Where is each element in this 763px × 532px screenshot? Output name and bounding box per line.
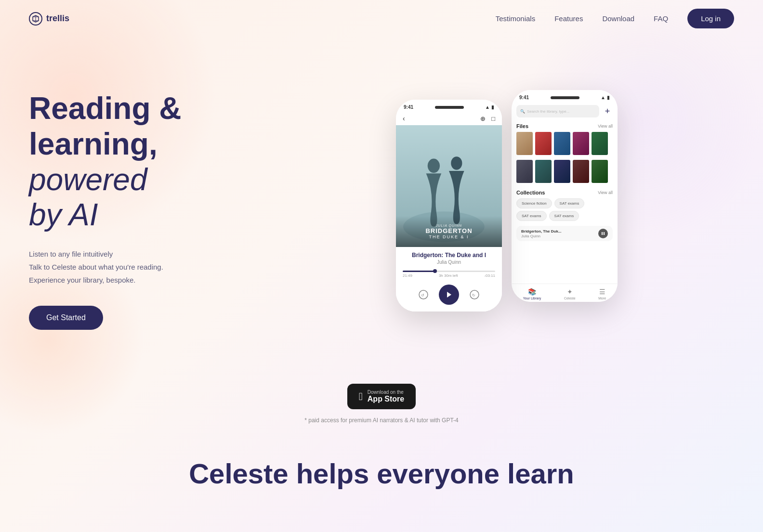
- hero-title-line1: Reading &: [29, 91, 181, 126]
- tab-more[interactable]: ☰ More: [598, 288, 606, 300]
- book-thumb-4: [573, 132, 589, 155]
- time-remaining-label: 3h 30m left: [439, 273, 458, 278]
- celeste-tab-label: Celeste: [564, 297, 576, 300]
- library-tab-icon: 📚: [528, 288, 536, 296]
- progress-fill: [403, 271, 435, 272]
- phone-mockups: 9:41 ▲ ▮ ‹ ⊕ □: [270, 80, 734, 321]
- library-tab-label: Your Library: [523, 297, 541, 300]
- svg-point-4: [451, 156, 462, 169]
- battery-icon: ▮: [491, 104, 494, 110]
- forward-button[interactable]: ↻: [469, 289, 480, 300]
- phone2-status-icons: ▲ ▮: [601, 95, 610, 100]
- header: trellis Testimonials Features Download F…: [0, 0, 763, 37]
- phone1-notch: [435, 106, 464, 109]
- get-started-button[interactable]: Get Started: [29, 306, 103, 330]
- files-label: Files: [516, 123, 528, 129]
- bottom-tabs: 📚 Your Library ✦ Celeste ☰ More: [512, 284, 618, 302]
- settings-icon[interactable]: ⊕: [480, 115, 486, 122]
- download-section:  Download on the App Store * paid acces…: [0, 374, 763, 428]
- book-thumb-5: [592, 132, 608, 155]
- phone2-wifi-icon: ▲: [601, 95, 605, 100]
- phone1-time: 9:41: [404, 104, 413, 110]
- phone-audio-player: 9:41 ▲ ▮ ‹ ⊕ □: [396, 100, 502, 311]
- collection-sat-1[interactable]: SAT exams: [554, 198, 585, 208]
- phone2-screen: 9:41 ▲ ▮ 🔍 Search the library, type...: [512, 90, 618, 302]
- celeste-tab-icon: ✦: [567, 288, 573, 296]
- progress-track: [403, 271, 495, 272]
- book-thumb-1: [516, 132, 533, 155]
- svg-point-3: [428, 159, 440, 173]
- logo-icon: [29, 12, 42, 26]
- phone2-time: 9:41: [519, 95, 529, 100]
- bookmark-icon[interactable]: □: [491, 115, 495, 122]
- svg-text:↻: ↻: [472, 293, 475, 298]
- now-playing-bar: Bridgerton, The Duk... Julia Quinn: [516, 226, 613, 241]
- progress-thumb: [433, 269, 437, 273]
- tab-celeste[interactable]: ✦ Celeste: [564, 288, 576, 300]
- app-store-text: Download on the App Store: [368, 389, 404, 403]
- book-thumb-2: [535, 132, 552, 155]
- author-name-cover: JULIA QUINN: [404, 224, 494, 227]
- hero-title-italic: powered: [29, 162, 147, 197]
- book-thumb-8: [535, 160, 552, 183]
- book-thumb-7: [516, 160, 533, 183]
- collections-section-header: Collections View all: [512, 187, 618, 197]
- disclaimer-text: * paid access for premium AI narrators &…: [304, 417, 458, 424]
- now-playing-author: Julia Quinn: [521, 234, 562, 238]
- tab-your-library[interactable]: 📚 Your Library: [523, 288, 541, 300]
- book-thumb-11: [592, 160, 608, 183]
- collection-sat-2[interactable]: SAT exams: [516, 211, 547, 221]
- nav-features[interactable]: Features: [554, 14, 583, 23]
- now-playing-info: Bridgerton, The Duk... Julia Quinn: [521, 229, 562, 238]
- book-thumb-10: [573, 160, 589, 183]
- svg-rect-9: [602, 232, 603, 235]
- phone1-status-bar: 9:41 ▲ ▮: [396, 100, 502, 112]
- book-cover: JULIA QUINN BRIDGERTON THE DUKE & I: [396, 125, 502, 247]
- nav-testimonials[interactable]: Testimonials: [496, 14, 536, 23]
- collections-grid: Science fiction SAT exams SAT exams SAT …: [512, 197, 618, 224]
- progress-times: 21:49 3h 30m left -03:11: [403, 273, 495, 278]
- phone2-battery-icon: ▮: [607, 95, 610, 100]
- app-store-button[interactable]:  Download on the App Store: [347, 384, 416, 409]
- books-grid-row2: [512, 159, 618, 187]
- collections-view-all[interactable]: View all: [598, 190, 613, 195]
- apple-icon: : [359, 390, 363, 403]
- files-view-all[interactable]: View all: [598, 124, 613, 129]
- nav-download[interactable]: Download: [602, 14, 634, 23]
- player-info: Bridgerton: The Duke and I Julia Quinn: [396, 247, 502, 268]
- hero-title: Reading & learning, powered by AI: [29, 91, 270, 233]
- collection-sat-3[interactable]: SAT exams: [549, 211, 579, 221]
- main-nav: Testimonials Features Download FAQ Log i…: [496, 9, 734, 28]
- book-subtitle-cover: THE DUKE & I: [404, 234, 494, 239]
- pause-button[interactable]: [598, 229, 608, 238]
- nav-faq[interactable]: FAQ: [654, 14, 668, 23]
- search-input[interactable]: 🔍 Search the library, type...: [516, 105, 599, 117]
- play-pause-button[interactable]: [439, 285, 459, 305]
- book-thumb-9: [554, 160, 570, 183]
- hero-subtitle-3: Experience your library, bespoke.: [29, 273, 270, 286]
- hero-subtitle-1: Listen to any file intuitively: [29, 247, 270, 260]
- more-tab-icon: ☰: [599, 288, 605, 296]
- phone-container: 9:41 ▲ ▮ ‹ ⊕ □: [382, 90, 622, 321]
- search-placeholder: Search the library, type...: [527, 109, 569, 114]
- wifi-icon: ▲: [485, 104, 490, 110]
- collection-sci-fi[interactable]: Science fiction: [516, 198, 552, 208]
- more-tab-label: More: [598, 297, 606, 300]
- hero-copy: Reading & learning, powered by AI Listen…: [29, 72, 270, 329]
- app-store-sub: Download on the: [368, 389, 404, 395]
- add-button[interactable]: +: [602, 106, 613, 117]
- rewind-button[interactable]: ↺: [418, 289, 429, 300]
- player-author: Julia Quinn: [403, 260, 495, 265]
- logo-text: trellis: [46, 13, 69, 24]
- login-button[interactable]: Log in: [687, 9, 734, 28]
- phone2-notch: [551, 96, 579, 99]
- progress-bar[interactable]: 21:49 3h 30m left -03:11: [396, 268, 502, 281]
- book-thumb-3: [554, 132, 570, 155]
- bottom-title: Celeste helps everyone learn: [29, 457, 734, 490]
- player-book-title: Bridgerton: The Duke and I: [403, 252, 495, 259]
- phone1-screen: 9:41 ▲ ▮ ‹ ⊕ □: [396, 100, 502, 311]
- hero-title-line3: by AI: [29, 197, 98, 232]
- hero-subtitle-2: Talk to Celeste about what you're readin…: [29, 260, 270, 273]
- back-icon[interactable]: ‹: [403, 115, 405, 122]
- logo[interactable]: trellis: [29, 12, 69, 26]
